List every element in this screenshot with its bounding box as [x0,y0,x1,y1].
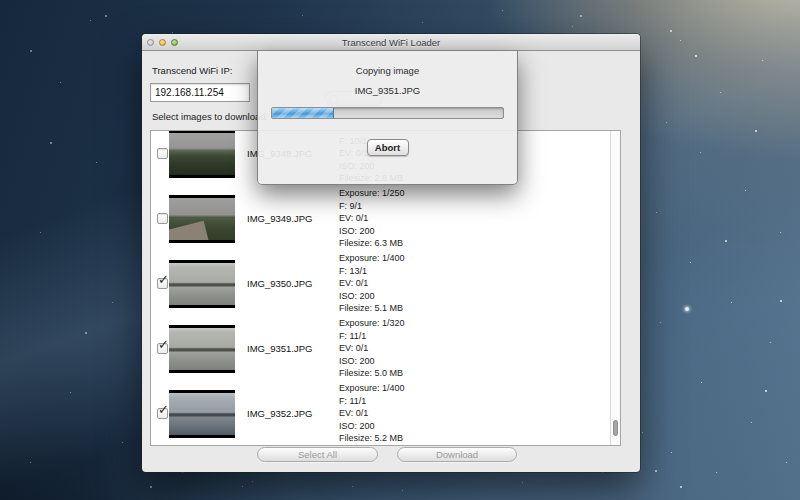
exif-line: Filesize: 5.0 MB [339,367,620,379]
exif-line: EV: 0/1 [339,212,620,224]
stars-layer [0,0,2,2]
scrollbar-track[interactable] [610,131,620,445]
checkmark-icon: ✓ [158,273,169,286]
checkmark-icon: ✓ [158,403,169,416]
title-bar[interactable]: Transcend WiFi Loader [142,34,640,51]
progress-bar-fill [272,108,334,118]
image-thumbnail [169,390,235,438]
image-filename: IMG_9350.JPG [247,278,339,289]
image-thumbnail [169,195,235,243]
window-title: Transcend WiFi Loader [142,37,640,48]
image-checkbox[interactable]: ✓ [157,343,168,354]
exif-line: F: 11/1 [339,395,620,407]
select-all-button[interactable]: Select All [257,447,378,462]
exif-line: EV: 0/1 [339,277,620,289]
exif-line: Exposure: 1/250 [339,187,620,199]
exif-line: Exposure: 1/400 [339,382,620,394]
copy-progress-dialog: Copying image IMG_9351.JPG Abort [257,51,518,185]
image-checkbox[interactable]: ✓ [157,278,168,289]
dialog-title: Copying image [258,65,517,76]
photo-lake [169,263,235,305]
progress-bar [271,107,504,119]
exif-line: Filesize: 5.2 MB [339,432,620,444]
list-item: IMG_9349.JPGExposure: 1/250F: 9/1EV: 0/1… [151,186,620,251]
photo-lake [169,328,235,370]
app-window: Transcend WiFi Loader Transcend WiFi IP:… [142,34,640,472]
scrollbar-thumb[interactable] [613,420,618,436]
exif-line: ISO: 200 [339,355,620,367]
image-thumbnail [169,130,235,178]
exif-line: ISO: 200 [339,225,620,237]
exif-line: Filesize: 6.3 MB [339,237,620,249]
photo-road [169,198,235,240]
exif-line: ISO: 200 [339,420,620,432]
image-filename: IMG_9351.JPG [247,343,339,354]
desktop-wallpaper: Transcend WiFi Loader Transcend WiFi IP:… [0,0,800,500]
checkmark-icon: ✓ [158,338,169,351]
exif-line: Exposure: 1/400 [339,252,620,264]
download-button[interactable]: Download [397,447,517,462]
exif-line: ISO: 200 [339,290,620,302]
ip-label: Transcend WiFi IP: [152,65,232,76]
image-thumbnail [169,325,235,373]
ip-input[interactable] [150,83,250,102]
exif-line: F: 11/1 [339,330,620,342]
dialog-filename: IMG_9351.JPG [258,85,517,96]
photo-forest [169,133,235,175]
image-filename: IMG_9349.JPG [247,213,339,224]
image-checkbox[interactable]: ✓ [157,408,168,419]
exif-info: Exposure: 1/400F: 11/1EV: 0/1ISO: 200Fil… [339,382,620,444]
abort-button[interactable]: Abort [367,139,409,156]
exif-line: F: 9/1 [339,200,620,212]
image-thumbnail [169,260,235,308]
exif-info: Exposure: 1/320F: 11/1EV: 0/1ISO: 200Fil… [339,317,620,379]
exif-info: Exposure: 1/400F: 13/1EV: 0/1ISO: 200Fil… [339,252,620,314]
bright-star [685,307,689,311]
exif-line: Exposure: 1/320 [339,317,620,329]
image-filename: IMG_9352.JPG [247,408,339,419]
exif-line: Filesize: 5.1 MB [339,302,620,314]
exif-info: Exposure: 1/250F: 9/1EV: 0/1ISO: 200File… [339,187,620,249]
exif-line: EV: 0/1 [339,407,620,419]
exif-line: EV: 0/1 [339,342,620,354]
exif-line: F: 13/1 [339,265,620,277]
select-images-label: Select images to download: [152,111,268,122]
list-item: ✓IMG_9352.JPGExposure: 1/400F: 11/1EV: 0… [151,381,620,446]
image-checkbox[interactable] [157,213,168,224]
list-item: ✓IMG_9350.JPGExposure: 1/400F: 13/1EV: 0… [151,251,620,316]
photo-lake-dark [169,393,235,435]
image-checkbox[interactable] [157,148,168,159]
list-item: ✓IMG_9351.JPGExposure: 1/320F: 11/1EV: 0… [151,316,620,381]
